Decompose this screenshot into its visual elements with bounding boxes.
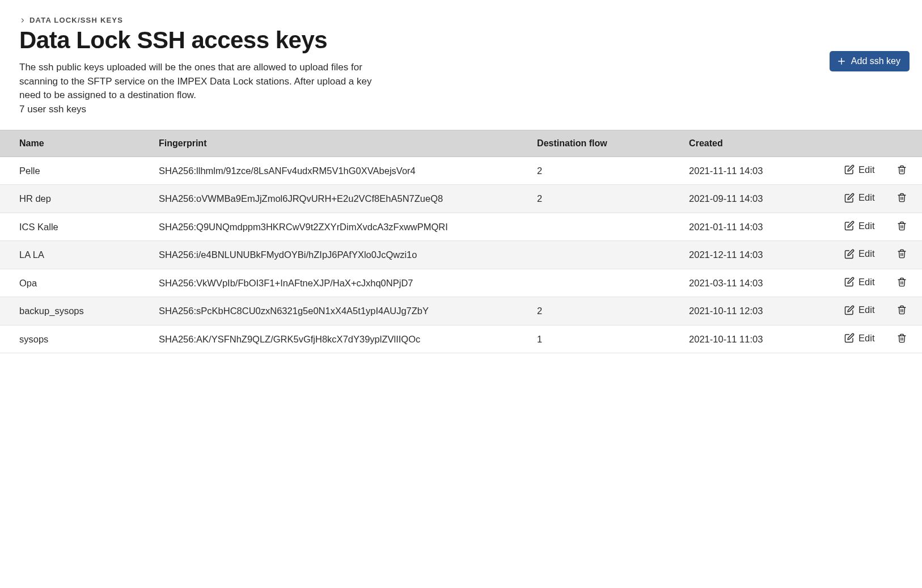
trash-icon: [897, 249, 907, 259]
cell-destination-flow: [530, 213, 682, 241]
trash-icon: [897, 221, 907, 231]
delete-button[interactable]: [897, 305, 907, 315]
cell-name: ICS Kalle: [0, 213, 152, 241]
cell-fingerprint: SHA256:Q9UNQmdppm3HKRCwV9t2ZXYrDimXvdcA3…: [152, 213, 530, 241]
trash-icon: [897, 333, 907, 343]
cell-edit: Edit: [821, 213, 881, 241]
edit-button[interactable]: Edit: [844, 304, 874, 315]
edit-label: Edit: [858, 333, 874, 344]
edit-button[interactable]: Edit: [844, 277, 874, 287]
table-row: OpaSHA256:VkWVpIb/FbOI3F1+InAFtneXJP/HaX…: [0, 269, 922, 297]
cell-edit: Edit: [821, 185, 881, 213]
cell-edit: Edit: [821, 325, 881, 353]
cell-destination-flow: [530, 269, 682, 297]
edit-icon: [844, 221, 855, 231]
table-row: LA LASHA256:i/e4BNLUNUBkFMydOYBi/hZIpJ6P…: [0, 241, 922, 269]
col-header-created[interactable]: Created: [682, 130, 821, 156]
table-row: HR depSHA256:oVWMBa9EmJjZmol6JRQvURH+E2u…: [0, 185, 922, 213]
cell-name: Opa: [0, 269, 152, 297]
cell-destination-flow: [530, 241, 682, 269]
cell-name: HR dep: [0, 185, 152, 213]
edit-icon: [844, 193, 855, 203]
plus-icon: [836, 56, 847, 66]
key-count: 7 user ssh keys: [19, 104, 903, 115]
edit-icon: [844, 333, 855, 343]
cell-destination-flow: 2: [530, 297, 682, 325]
breadcrumb-text: DATA LOCK/SSH KEYS: [29, 16, 123, 24]
cell-created: 2021-03-11 14:03: [682, 269, 821, 297]
cell-name: LA LA: [0, 241, 152, 269]
edit-label: Edit: [858, 304, 874, 315]
cell-created: 2021-11-11 14:03: [682, 156, 821, 185]
cell-name: Pelle: [0, 156, 152, 185]
cell-destination-flow: 2: [530, 185, 682, 213]
cell-created: 2021-09-11 14:03: [682, 185, 821, 213]
cell-fingerprint: SHA256:VkWVpIb/FbOI3F1+InAFtneXJP/HaX+cJ…: [152, 269, 530, 297]
col-header-destination[interactable]: Destination flow: [530, 130, 682, 156]
breadcrumb[interactable]: DATA LOCK/SSH KEYS: [19, 16, 903, 24]
edit-label: Edit: [858, 221, 874, 231]
cell-delete: [881, 156, 922, 185]
cell-delete: [881, 325, 922, 353]
table-row: PelleSHA256:llhmlm/91zce/8LsANFv4udxRM5V…: [0, 156, 922, 185]
trash-icon: [897, 277, 907, 287]
edit-button[interactable]: Edit: [844, 333, 874, 344]
edit-button[interactable]: Edit: [844, 221, 874, 231]
delete-button[interactable]: [897, 165, 907, 175]
cell-created: 2021-10-11 11:03: [682, 325, 821, 353]
cell-edit: Edit: [821, 297, 881, 325]
cell-fingerprint: SHA256:sPcKbHC8CU0zxN6321g5e0N1xX4A5t1yp…: [152, 297, 530, 325]
edit-button[interactable]: Edit: [844, 248, 874, 259]
cell-destination-flow: 2: [530, 156, 682, 185]
cell-name: backup_sysops: [0, 297, 152, 325]
cell-delete: [881, 269, 922, 297]
edit-icon: [844, 305, 855, 315]
col-header-name[interactable]: Name: [0, 130, 152, 156]
cell-created: 2021-10-11 12:03: [682, 297, 821, 325]
add-ssh-key-button[interactable]: Add ssh key: [830, 51, 910, 71]
table-row: sysopsSHA256:AK/YSFNhZ9QLZ/GRK5vGfjH8kcX…: [0, 325, 922, 353]
table-row: backup_sysopsSHA256:sPcKbHC8CU0zxN6321g5…: [0, 297, 922, 325]
chevron-right-icon: [19, 17, 26, 24]
cell-delete: [881, 241, 922, 269]
edit-button[interactable]: Edit: [844, 164, 874, 175]
trash-icon: [897, 193, 907, 202]
edit-icon: [844, 164, 855, 175]
edit-icon: [844, 277, 855, 287]
cell-delete: [881, 185, 922, 213]
edit-label: Edit: [858, 277, 874, 287]
delete-button[interactable]: [897, 249, 907, 259]
delete-button[interactable]: [897, 277, 907, 287]
delete-button[interactable]: [897, 221, 907, 231]
col-header-actions-edit: [821, 130, 881, 156]
cell-destination-flow: 1: [530, 325, 682, 353]
page-description: The ssh public keys uploaded will be the…: [19, 61, 382, 103]
ssh-keys-table: Name Fingerprint Destination flow Create…: [0, 130, 922, 354]
edit-label: Edit: [858, 164, 874, 175]
page-title: Data Lock SSH access keys: [19, 27, 903, 54]
cell-name: sysops: [0, 325, 152, 353]
cell-edit: Edit: [821, 241, 881, 269]
cell-fingerprint: SHA256:i/e4BNLUNUBkFMydOYBi/hZIpJ6PAfYXl…: [152, 241, 530, 269]
cell-delete: [881, 213, 922, 241]
add-button-label: Add ssh key: [851, 56, 900, 66]
edit-label: Edit: [858, 192, 874, 203]
edit-label: Edit: [858, 248, 874, 259]
cell-fingerprint: SHA256:AK/YSFNhZ9QLZ/GRK5vGfjH8kcX7dY39y…: [152, 325, 530, 353]
col-header-fingerprint[interactable]: Fingerprint: [152, 130, 530, 156]
cell-fingerprint: SHA256:llhmlm/91zce/8LsANFv4udxRM5V1hG0X…: [152, 156, 530, 185]
cell-fingerprint: SHA256:oVWMBa9EmJjZmol6JRQvURH+E2u2VCf8E…: [152, 185, 530, 213]
edit-icon: [844, 249, 855, 259]
table-row: ICS KalleSHA256:Q9UNQmdppm3HKRCwV9t2ZXYr…: [0, 213, 922, 241]
cell-created: 2021-01-11 14:03: [682, 213, 821, 241]
edit-button[interactable]: Edit: [844, 192, 874, 203]
cell-delete: [881, 297, 922, 325]
cell-edit: Edit: [821, 156, 881, 185]
delete-button[interactable]: [897, 193, 907, 202]
trash-icon: [897, 305, 907, 315]
cell-edit: Edit: [821, 269, 881, 297]
trash-icon: [897, 165, 907, 175]
cell-created: 2021-12-11 14:03: [682, 241, 821, 269]
col-header-actions-delete: [881, 130, 922, 156]
delete-button[interactable]: [897, 333, 907, 343]
